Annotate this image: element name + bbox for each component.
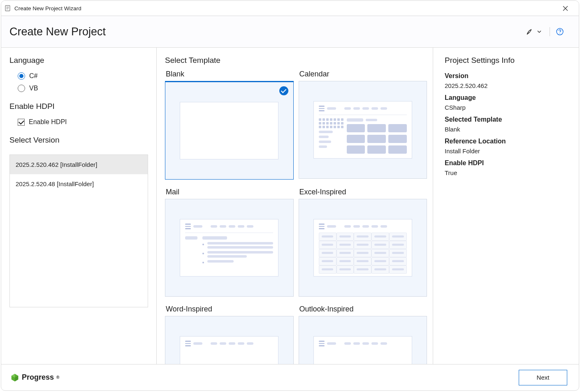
chevron-down-icon <box>537 30 541 34</box>
version-item[interactable]: 2025.2.520.462 [InstallFolder] <box>10 155 148 174</box>
template-word[interactable]: Word-Inspired <box>165 304 294 364</box>
template-thumbnail <box>299 316 427 364</box>
template-thumbnail <box>165 316 294 364</box>
thumbnail-preview <box>180 219 278 277</box>
template-blank[interactable]: Blank <box>165 69 294 180</box>
app-icon <box>5 5 11 12</box>
middle-panel: Select Template Blank Calendar <box>157 48 433 364</box>
template-title: Word-Inspired <box>166 305 294 314</box>
checkbox-label: Enable HDPI <box>29 118 67 126</box>
info-label-language: Language <box>445 94 569 101</box>
info-value-version: 2025.2.520.462 <box>445 82 569 89</box>
thumbnail-preview <box>313 101 412 159</box>
version-label: 2025.2.520.48 [InstallFolder] <box>16 180 94 187</box>
version-list: 2025.2.520.462 [InstallFolder] 2025.2.52… <box>9 154 148 307</box>
left-panel: Language C# VB Enable HDPI Enable HDPI S… <box>1 48 157 364</box>
content: Language C# VB Enable HDPI Enable HDPI S… <box>1 47 579 364</box>
select-template-title: Select Template <box>165 56 431 65</box>
header: Create New Project <box>1 16 579 47</box>
radio-icon <box>18 72 25 80</box>
template-thumbnail <box>165 81 294 180</box>
info-value-language: CSharp <box>445 104 569 111</box>
thumbnail-preview <box>313 336 412 364</box>
radio-label: C# <box>29 72 37 80</box>
progress-logo: Progress® <box>10 373 59 382</box>
template-thumbnail <box>165 199 294 297</box>
template-thumbnail <box>299 81 427 179</box>
quill-icon <box>526 28 534 36</box>
template-calendar[interactable]: Calendar <box>299 69 427 180</box>
hdpi-title: Enable HDPI <box>9 102 156 111</box>
template-grid[interactable]: Blank Calendar <box>165 69 431 364</box>
template-title: Outlook-Inspired <box>299 305 427 314</box>
checkbox-icon <box>18 119 25 126</box>
right-panel: Project Settings Info Version 2025.2.520… <box>433 48 579 364</box>
info-label-template: Selected Template <box>445 116 569 123</box>
template-outlook[interactable]: Outlook-Inspired <box>299 304 427 364</box>
info-label-version: Version <box>445 72 569 80</box>
footer: Progress® Next <box>1 364 579 390</box>
thumbnail-preview <box>313 219 412 277</box>
version-title: Select Version <box>9 136 156 145</box>
selected-check-icon <box>279 86 288 95</box>
radio-csharp[interactable]: C# <box>18 72 156 80</box>
next-label: Next <box>537 374 550 381</box>
help-icon <box>556 28 564 36</box>
thumbnail-preview <box>180 102 278 159</box>
info-value-template: Blank <box>445 126 569 133</box>
wizard-window: Create New Project Wizard Create New Pro… <box>1 0 579 391</box>
template-mail[interactable]: Mail <box>165 187 294 297</box>
svg-point-7 <box>559 33 560 34</box>
template-excel[interactable]: Excel-Inspired <box>299 187 427 297</box>
close-icon <box>563 6 568 11</box>
template-title: Mail <box>166 188 294 196</box>
template-title: Excel-Inspired <box>299 188 427 196</box>
info-label-reference: Reference Location <box>445 138 569 145</box>
progress-icon <box>10 373 19 382</box>
version-label: 2025.2.520.462 [InstallFolder] <box>16 161 97 168</box>
info-value-reference: Install Folder <box>445 148 569 154</box>
checkbox-hdpi[interactable]: Enable HDPI <box>18 118 156 126</box>
next-button[interactable]: Next <box>519 370 567 385</box>
header-divider <box>550 27 550 36</box>
page-title: Create New Project <box>9 25 106 38</box>
radio-icon <box>18 85 25 92</box>
version-item[interactable]: 2025.2.520.48 [InstallFolder] <box>10 174 148 194</box>
radio-label: VB <box>29 85 38 92</box>
info-value-hdpi: True <box>445 169 569 176</box>
language-title: Language <box>9 56 156 65</box>
window-title: Create New Project Wizard <box>14 5 81 12</box>
template-title: Calendar <box>299 70 427 78</box>
titlebar: Create New Project Wizard <box>1 1 579 16</box>
info-label-hdpi: Enable HDPI <box>445 159 569 167</box>
help-button[interactable] <box>556 28 564 36</box>
brand-text: Progress <box>22 373 54 382</box>
template-thumbnail <box>299 199 427 297</box>
template-title: Blank <box>166 70 294 78</box>
settings-info-title: Project Settings Info <box>445 56 569 65</box>
close-button[interactable] <box>556 2 575 15</box>
radio-vb[interactable]: VB <box>18 85 156 92</box>
theme-button[interactable] <box>523 26 544 37</box>
thumbnail-preview <box>180 336 278 364</box>
